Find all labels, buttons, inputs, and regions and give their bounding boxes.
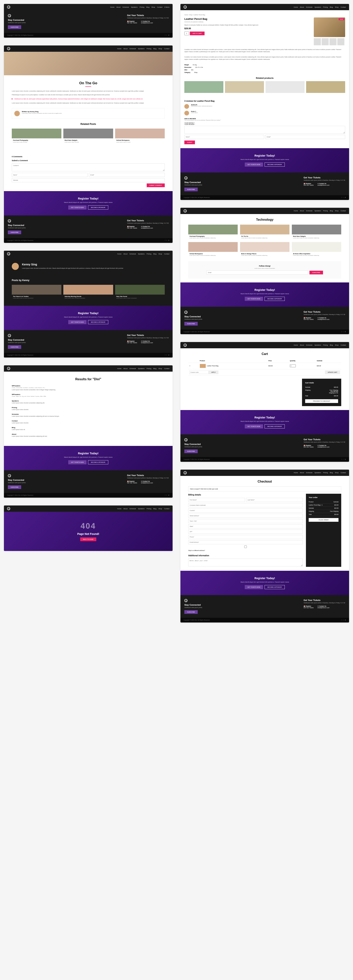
company-input[interactable] bbox=[188, 503, 303, 507]
facebook-icon[interactable]: f bbox=[165, 35, 165, 36]
email-input[interactable] bbox=[188, 540, 303, 544]
nav-pricing[interactable]: Pricing bbox=[139, 6, 144, 8]
search-result[interactable]: ScheduleLorem ipsum dolor sit amet conse… bbox=[12, 414, 165, 417]
thumbnail[interactable] bbox=[322, 38, 329, 45]
search-result[interactable]: AboutLorem ipsum dolor sit amet consecte… bbox=[12, 433, 165, 437]
nav-speakers[interactable]: Speakers bbox=[131, 6, 138, 8]
sponsor-button[interactable]: BECOME A SPONSOR bbox=[88, 205, 108, 210]
nav-cart[interactable]: 0 items bbox=[165, 6, 169, 8]
add-review-title: ADD A REVIEW bbox=[184, 118, 345, 119]
fname-input[interactable] bbox=[188, 498, 245, 502]
name-input[interactable] bbox=[12, 173, 88, 177]
post-card[interactable]: Vertical WorkspacesLorem ipsum dolor sit… bbox=[115, 129, 165, 146]
email-input[interactable] bbox=[89, 173, 165, 177]
submit-review-button[interactable]: SUBMIT bbox=[184, 140, 195, 144]
post-card[interactable]: Beds in Strange PlacesLorem ipsum dolor … bbox=[240, 242, 289, 257]
cart-qty-input[interactable] bbox=[290, 364, 296, 367]
order-notes-textarea[interactable] bbox=[188, 558, 303, 566]
footer-bar: Copyright © 2024 Divi. All Rights Reserv… bbox=[4, 33, 173, 38]
product-name: Leather Pencil Bag bbox=[184, 18, 311, 21]
search-result[interactable]: ContactLorem ipsum dolor sit amet. bbox=[12, 420, 165, 423]
nav-about[interactable]: About bbox=[116, 6, 120, 8]
review-textarea[interactable] bbox=[184, 126, 345, 134]
back-home-button[interactable]: BACK TO HOME bbox=[80, 538, 96, 541]
post-card[interactable]: Overhead PhotographyLorem ipsum dolor si… bbox=[188, 224, 238, 240]
post-card[interactable]: Must Have GadgetsLorem ipsum dolor sit a… bbox=[292, 224, 341, 240]
checkout-button[interactable]: PROCEED TO CHECKOUT bbox=[305, 399, 338, 403]
follow-subscribe-button[interactable]: SUBSCRIBE bbox=[310, 270, 323, 274]
post-card[interactable]: Overhead PhotographyLorem ipsum dolor si… bbox=[12, 129, 61, 146]
product-price: $28.00 bbox=[184, 27, 311, 30]
comment-textarea[interactable] bbox=[12, 164, 165, 171]
post-card[interactable]: On The GoLorem ipsum dolor sit amet cons… bbox=[240, 224, 289, 240]
thumbnail[interactable] bbox=[337, 38, 344, 45]
apply-coupon-button[interactable]: APPLY bbox=[209, 371, 219, 374]
product-rating[interactable]: ★★★★★ (3 customer reviews) bbox=[184, 21, 311, 23]
search-result[interactable]: WPheaders| Audio, Christof Bal, Countles… bbox=[12, 385, 165, 390]
post-card[interactable]: Vertical WorkspacesLorem ipsum dolor sit… bbox=[188, 242, 238, 257]
review-email-input[interactable] bbox=[265, 135, 345, 139]
nav: HomeAboutScheduleSpeakersPricingBlogShop… bbox=[4, 4, 173, 10]
search-result[interactable]: SpeakersLorem ipsum dolor sit amet conse… bbox=[12, 400, 165, 404]
related-product[interactable] bbox=[306, 81, 345, 93]
related-product[interactable] bbox=[265, 81, 305, 93]
breadcrumb[interactable]: Home / Shop / Leather Pencil Bag bbox=[184, 14, 345, 16]
contact-email[interactable]: email@divicon.com bbox=[141, 22, 153, 24]
street-input[interactable] bbox=[188, 514, 303, 518]
twitter-icon[interactable]: t bbox=[166, 35, 167, 36]
cart-row: ×Leather Pencil Bag$28.00$28.00 bbox=[188, 363, 341, 369]
qty-input[interactable] bbox=[184, 32, 189, 35]
lname-input[interactable] bbox=[246, 498, 303, 502]
place-order-button[interactable]: PLACE ORDER bbox=[309, 518, 339, 522]
rss-icon[interactable]: ⌘ bbox=[168, 35, 169, 36]
connect-title: Stay Connected bbox=[8, 19, 26, 21]
register-text[interactable]: Get Your Tickets bbox=[127, 22, 137, 24]
zip-input[interactable] bbox=[188, 530, 303, 534]
coupon-notice[interactable]: Have a coupon? Click here to enter your … bbox=[188, 487, 341, 492]
nav-blog[interactable]: Blog bbox=[146, 6, 149, 8]
remove-item-icon[interactable]: × bbox=[189, 365, 190, 366]
review: Andrea R.Nulla laoreet mauris vehicula e… bbox=[184, 104, 345, 109]
add-to-cart-button[interactable]: ADD TO CART bbox=[190, 32, 204, 35]
tickets-title: Get Your Tickets bbox=[127, 14, 169, 16]
search-result[interactable]: PricingLorem ipsum dolor sit amet. bbox=[12, 407, 165, 410]
url-input[interactable] bbox=[12, 178, 165, 182]
state-input[interactable] bbox=[188, 524, 303, 528]
coupon-input[interactable] bbox=[189, 371, 209, 374]
author-name: Written by Kenny Sing bbox=[22, 111, 62, 113]
copyright: Copyright © 2024 Divi. All Rights Reserv… bbox=[7, 35, 34, 36]
error-404: 404 Page Not Found! BACK TO HOME bbox=[4, 512, 173, 551]
review-name-input[interactable] bbox=[184, 135, 264, 139]
thumbnail[interactable] bbox=[314, 38, 321, 45]
logo[interactable] bbox=[7, 47, 10, 50]
subscribe-button[interactable]: SUBSCRIBE bbox=[8, 25, 21, 29]
submit-comment-button[interactable]: SUBMIT COMMENT bbox=[147, 183, 165, 187]
reviews-title: 3 reviews for Leather Pencil Bag bbox=[184, 100, 345, 102]
post-card[interactable]: Saturday Morning DonutsLorem ipsum dolor… bbox=[63, 285, 113, 300]
country-input[interactable] bbox=[188, 508, 303, 512]
post-card[interactable]: Must Have GadgetsLorem ipsum dolor sit a… bbox=[63, 129, 113, 146]
diff-ship-checkbox[interactable] bbox=[188, 546, 303, 548]
related-product[interactable] bbox=[184, 81, 224, 93]
search-result[interactable]: BlogLorem ipsum dolor sit. bbox=[12, 427, 165, 430]
update-cart-button[interactable]: UPDATE CART bbox=[325, 371, 340, 374]
nav-home[interactable]: Home bbox=[110, 6, 114, 8]
post-card[interactable]: The Future is in TextilesLorem ipsum dol… bbox=[12, 285, 61, 300]
thumbnail[interactable] bbox=[329, 38, 337, 45]
nav-contact[interactable]: Contact bbox=[157, 6, 163, 8]
related-title: Related Posts bbox=[12, 123, 165, 126]
cart-item-name[interactable]: Leather Pencil Bag bbox=[207, 365, 219, 366]
search-result[interactable]: WPheaders| Aude, Tagas, Do, ring, tom, K… bbox=[12, 394, 165, 397]
nav-shop[interactable]: Shop bbox=[152, 6, 155, 8]
follow-email-input[interactable] bbox=[206, 270, 308, 275]
logo[interactable] bbox=[7, 5, 10, 9]
product-image[interactable]: SALE! bbox=[314, 18, 345, 37]
related-product[interactable] bbox=[225, 81, 264, 93]
city-input[interactable] bbox=[188, 519, 303, 523]
get-tickets-button[interactable]: GET TICKETS NOW bbox=[68, 205, 86, 210]
product-meta: Weight0.1 kg Dimension10 × 5 × 2 in SKU0… bbox=[184, 64, 345, 74]
phone-input[interactable] bbox=[188, 535, 303, 539]
nav-schedule[interactable]: Schedule bbox=[122, 6, 129, 8]
post-card[interactable]: At Home Office InspirationLorem ipsum do… bbox=[292, 242, 341, 257]
post-card[interactable]: Fairy Tale ForestLorem ipsum dolor sit a… bbox=[115, 285, 165, 300]
